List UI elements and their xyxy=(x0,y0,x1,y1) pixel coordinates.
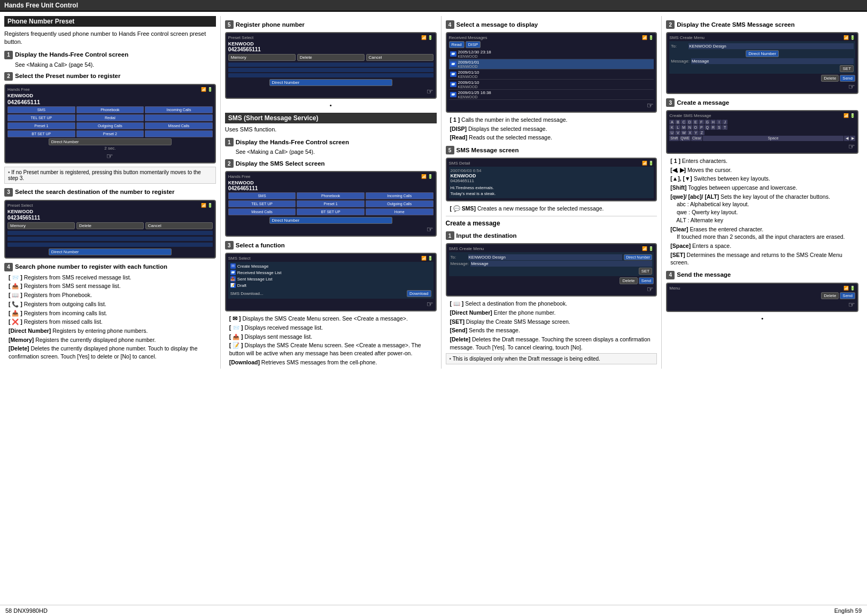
btn-direct-create[interactable]: Direct Number xyxy=(624,254,652,260)
key-U[interactable]: U xyxy=(669,130,675,135)
sms-btn-telsetup[interactable]: TEL SET UP xyxy=(228,200,296,207)
sms-section-title: SMS (Short Message Service) xyxy=(225,113,437,123)
btn-cancel-s3[interactable]: Cancel xyxy=(145,222,213,229)
create2-to-value: KENWOOD Design xyxy=(688,43,854,49)
sms-btn-preset1[interactable]: Preset 1 xyxy=(297,200,365,207)
step5-reg-num: 5 xyxy=(225,20,234,29)
btn-direct-num-c2[interactable]: Direct Number xyxy=(746,50,779,57)
sms-item-received[interactable]: 📨 Received Message List xyxy=(229,269,432,276)
sms-btn-sms[interactable]: SMS xyxy=(228,192,296,199)
key-D[interactable]: D xyxy=(687,120,692,124)
key-B[interactable]: B xyxy=(675,120,680,124)
key-S[interactable]: S xyxy=(716,125,722,130)
key-Z[interactable]: Z xyxy=(699,130,705,135)
key-V[interactable]: V xyxy=(675,130,680,135)
key-O[interactable]: O xyxy=(693,125,698,130)
key-H[interactable]: H xyxy=(710,120,716,124)
btn-direct-s3[interactable]: Direct Number xyxy=(49,248,172,255)
sms-item-sent[interactable]: 📤 Sent Message List xyxy=(229,276,432,282)
key-X[interactable]: X xyxy=(687,130,693,135)
step1-detail: See <Making a Call> (page 54). xyxy=(15,61,216,68)
key-T[interactable]: T xyxy=(722,125,727,130)
key-shift[interactable]: Shift xyxy=(669,136,679,141)
btn-phonebook[interactable]: Phonebook xyxy=(76,106,144,113)
sms-step3-header: 3 Select a function xyxy=(225,241,437,249)
key-A[interactable]: A xyxy=(669,120,675,124)
btn-send-create[interactable]: Send xyxy=(639,277,654,284)
btn-delete-send[interactable]: Delete xyxy=(821,292,839,299)
btn-memory-s3[interactable]: Memory xyxy=(7,222,75,229)
sms-btn-direct[interactable]: Direct Number xyxy=(269,217,392,224)
key-E[interactable]: E xyxy=(693,120,698,124)
sms-hf-grid: SMS Phonebook Incoming Calls TEL SET UP … xyxy=(228,192,434,215)
msg-item-4[interactable]: 📨 2009/01/10 KENWOOD xyxy=(449,80,654,90)
key-W[interactable]: W xyxy=(681,130,687,135)
btn-set-c2[interactable]: SET xyxy=(840,65,854,72)
btn-send-c2[interactable]: Send xyxy=(840,75,855,82)
key-M[interactable]: M xyxy=(681,125,686,130)
key-N[interactable]: N xyxy=(687,125,692,130)
key-C[interactable]: C xyxy=(681,120,686,124)
key-G[interactable]: G xyxy=(705,120,710,124)
btn-send-final[interactable]: Send xyxy=(840,292,855,299)
key-J[interactable]: J xyxy=(722,120,727,124)
sms-btn-btsetup[interactable]: BT SET UP xyxy=(297,208,365,215)
btn-delete-s3[interactable]: Delete xyxy=(76,222,144,229)
sms-item-draft[interactable]: 📝 Draft xyxy=(229,282,432,288)
btn-preset2[interactable]: Preset 2 xyxy=(76,130,144,137)
preset-label: 2 sec. xyxy=(7,146,213,151)
key-P[interactable]: P xyxy=(699,125,704,130)
create-msg-label: Message: xyxy=(451,261,469,266)
sms-btn-missed[interactable]: Missed Calls xyxy=(228,208,296,215)
btn-redial[interactable]: Redial xyxy=(76,114,144,121)
btn-telsetup[interactable]: TEL SET UP xyxy=(7,114,75,121)
msg-item-2[interactable]: 📨 2009/01/01 KENWOOD xyxy=(449,59,654,69)
btn-btsetup[interactable]: BT SET UP xyxy=(7,130,75,137)
btn-memory-s5r[interactable]: Memory xyxy=(228,54,296,61)
btn-incoming[interactable]: Incoming Calls xyxy=(145,106,213,113)
sms-btn-outgoing[interactable]: Outgoing Calls xyxy=(366,200,434,207)
key-clear[interactable]: Clear xyxy=(691,136,702,141)
key-K[interactable]: K xyxy=(669,125,675,130)
btn-delete-c2[interactable]: Delete xyxy=(821,75,839,82)
sms-btn-home[interactable]: Home xyxy=(366,208,434,215)
key-Y[interactable]: Y xyxy=(693,130,699,135)
btn-preset1[interactable]: Preset 1 xyxy=(7,122,75,129)
btn-direct-s5r[interactable]: Direct Number xyxy=(269,79,392,86)
sms-btn-incoming[interactable]: Incoming Calls xyxy=(366,192,434,199)
btn-cancel-s5r[interactable]: Cancel xyxy=(366,54,434,61)
sms-step2-title: Display the SMS Select screen xyxy=(236,160,325,167)
btn-direct-number-s2[interactable]: Direct Number xyxy=(49,138,172,145)
sms-item-create[interactable]: ✉ Create Message xyxy=(229,263,432,269)
btn-set-create[interactable]: SET xyxy=(639,268,653,275)
msg-item-5[interactable]: 📨 2009/01/25 16:38 KENWOOD xyxy=(449,90,654,100)
btn-disp-top[interactable]: DISP xyxy=(466,41,481,48)
sms-btn-phonebook[interactable]: Phonebook xyxy=(297,192,365,199)
key-left[interactable]: ◀ xyxy=(844,136,849,141)
key-R[interactable]: R xyxy=(710,125,716,130)
header-title: Hands Free Unit Control xyxy=(4,2,78,9)
btn-delete-s5r[interactable]: Delete xyxy=(297,54,365,61)
kb-row-3: U V W X Y Z xyxy=(669,130,855,135)
msg-item-1[interactable]: 📨 2005/12/30 23:18 KENWOOD xyxy=(449,49,654,59)
btn-outgoing[interactable]: Outgoing Calls xyxy=(76,122,144,129)
create2-to-label: To: xyxy=(671,44,687,49)
key-qwe[interactable]: QWE xyxy=(679,136,691,141)
btn-download[interactable]: Download xyxy=(407,290,431,297)
section-desc: Registers frequently used phone number t… xyxy=(4,30,216,46)
step4-msg-title: Select a message to display xyxy=(456,21,538,28)
key-right[interactable]: ▶ xyxy=(850,136,855,141)
create-bullets: [ 📖 ] Select a destination from the phon… xyxy=(450,300,657,351)
btn-sms[interactable]: SMS xyxy=(7,106,75,113)
key-F[interactable]: F xyxy=(699,120,704,124)
note-text-2: This is displayed only when the Draft me… xyxy=(453,356,600,362)
key-I[interactable]: I xyxy=(716,120,722,124)
btn-missed[interactable]: Missed Calls xyxy=(145,122,213,129)
key-space[interactable]: Space xyxy=(703,136,843,141)
btn-delete-create[interactable]: Delete xyxy=(620,277,637,284)
key-L[interactable]: L xyxy=(675,125,680,130)
keyboard-layout: A B C D E F G H I J K L M N O P xyxy=(669,120,855,141)
btn-read-top[interactable]: Read xyxy=(449,41,465,48)
msg-item-3[interactable]: 📨 2009/01/10 KENWOOD xyxy=(449,69,654,80)
key-Q[interactable]: Q xyxy=(705,125,710,130)
